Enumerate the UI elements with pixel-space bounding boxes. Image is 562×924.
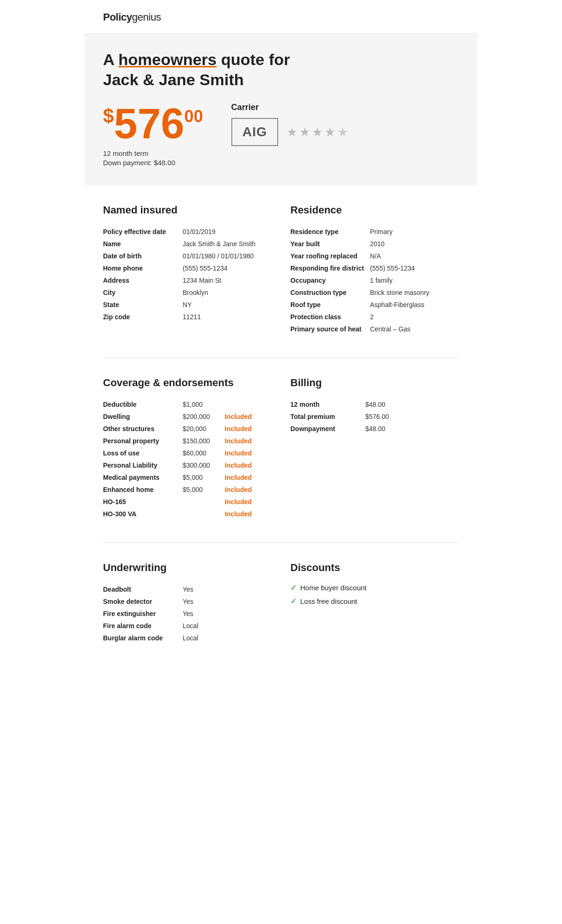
row-label: Medical payments	[103, 471, 183, 484]
coverage-col: Coverage & endorsements Deductible$1,000…	[103, 377, 272, 520]
hero-content: $ 576 00 12 month term Down payment: $48…	[103, 103, 459, 167]
row-label: Smoke detector	[103, 595, 183, 608]
row-label: Deductible	[103, 398, 183, 411]
table-row: Deductible$1,000	[103, 398, 272, 411]
row-value: (555) 555-1234	[370, 262, 459, 274]
row-amount: $300,000	[183, 459, 225, 471]
row-amount: $5,000	[183, 471, 225, 484]
table-row: Year roofing replacedN/A	[290, 250, 459, 262]
list-item: ✓Loss free discount	[290, 597, 459, 606]
row-status: Included	[225, 411, 272, 423]
row-value: 2	[370, 311, 459, 323]
row-value: Brick stone masonry	[370, 286, 459, 299]
price-block: $ 576 00 12 month term Down payment: $48…	[103, 103, 203, 167]
main-content: Named insured Policy effective date01/01…	[84, 185, 478, 685]
named-insured-title: Named insured	[103, 204, 272, 216]
table-row: Policy effective date01/01/2019	[103, 226, 272, 238]
row-status: Included	[225, 459, 272, 471]
table-row: NameJack Smith & Jane Smith	[103, 238, 272, 250]
row-label: Roof type	[290, 299, 370, 311]
row-status: Included	[225, 423, 272, 435]
row-amount: $1,000	[183, 398, 225, 411]
discount-label: Loss free discount	[300, 597, 357, 605]
row-value: N/A	[370, 250, 459, 262]
insured-residence-section: Named insured Policy effective date01/01…	[103, 204, 459, 335]
logo: Policygenius	[103, 11, 459, 23]
row-value: 2010	[370, 238, 459, 250]
billing-col: Billing 12 month$48.00Total premium$576.…	[290, 377, 459, 520]
row-value: Yes	[183, 583, 272, 595]
carrier-block: Carrier AIG ★ ★ ★ ★ ★	[231, 103, 348, 146]
table-row: Primary source of heatCentral – Gas	[290, 323, 459, 335]
residence-title: Residence	[290, 204, 459, 216]
row-label: HO-165	[103, 496, 183, 508]
table-row: CityBrooklyn	[103, 286, 272, 299]
header: Policygenius	[84, 0, 478, 33]
row-value: Yes	[183, 608, 272, 620]
row-value: 1234 Main St	[183, 274, 272, 286]
list-item: ✓Home buyer discount	[290, 583, 459, 592]
row-status	[225, 398, 272, 411]
row-status: Included	[225, 508, 272, 520]
divider-2	[103, 543, 459, 543]
star-3: ★	[312, 125, 323, 139]
discounts-list: ✓Home buyer discount✓Loss free discount	[290, 583, 459, 606]
row-value: Central – Gas	[370, 323, 459, 335]
row-value: $576.00	[365, 411, 459, 423]
table-row: Medical payments$5,000Included	[103, 471, 272, 484]
table-row: Fire extinguisherYes	[103, 608, 272, 620]
star-1: ★	[287, 125, 297, 139]
table-row: Enhanced home$5,000Included	[103, 484, 272, 496]
table-row: Personal property$150,000Included	[103, 435, 272, 447]
table-row: Dwelling$200,000Included	[103, 411, 272, 423]
underwriting-discounts-section: Underwriting DeadboltYesSmoke detectorYe…	[103, 562, 459, 644]
check-icon: ✓	[290, 583, 296, 592]
table-row: Construction typeBrick stone masonry	[290, 286, 459, 299]
table-row: Responding fire district(555) 555-1234	[290, 262, 459, 274]
discount-label: Home buyer discount	[300, 584, 367, 592]
price-main: 576	[114, 103, 184, 145]
row-label: Primary source of heat	[290, 323, 370, 335]
coverage-billing-section: Coverage & endorsements Deductible$1,000…	[103, 377, 459, 520]
coverage-table: Deductible$1,000Dwelling$200,000Included…	[103, 398, 272, 520]
hero-section: A homeowners quote for Jack & Jane Smith…	[84, 33, 478, 185]
table-row: Address1234 Main St	[103, 274, 272, 286]
row-label: Address	[103, 274, 183, 286]
carrier-logo-stars: AIG ★ ★ ★ ★ ★	[231, 118, 348, 146]
residence-col: Residence Residence typePrimaryYear buil…	[290, 204, 459, 335]
row-amount: $150,000	[183, 435, 225, 447]
row-label: State	[103, 299, 183, 311]
row-amount	[183, 496, 225, 508]
row-label: Downpayment	[290, 423, 365, 435]
table-row: Year built2010	[290, 238, 459, 250]
divider-1	[103, 358, 459, 358]
table-row: Loss of use$60,000Included	[103, 447, 272, 459]
row-value: (555) 555-1234	[183, 262, 272, 274]
row-label: Deadbolt	[103, 583, 183, 595]
carrier-logo: AIG	[231, 118, 279, 146]
price-term: 12 month term	[103, 149, 203, 157]
row-label: City	[103, 286, 183, 299]
row-status: Included	[225, 435, 272, 447]
table-row: Occupancy1 family	[290, 274, 459, 286]
row-label: Name	[103, 238, 183, 250]
row-value: 01/01/1980 / 01/01/1980	[183, 250, 272, 262]
title-post: quote for	[216, 51, 290, 68]
quote-title: A homeowners quote for Jack & Jane Smith	[103, 50, 459, 89]
row-label: Occupancy	[290, 274, 370, 286]
table-row: Residence typePrimary	[290, 226, 459, 238]
named-insured-col: Named insured Policy effective date01/01…	[103, 204, 272, 335]
table-row: Smoke detectorYes	[103, 595, 272, 608]
logo-bold: Policy	[103, 11, 132, 23]
row-label: Burglar alarm code	[103, 632, 183, 644]
check-icon: ✓	[290, 597, 296, 606]
row-label: Personal Liability	[103, 459, 183, 471]
row-label: Protection class	[290, 311, 370, 323]
row-label: Year built	[290, 238, 370, 250]
table-row: Downpayment$48.00	[290, 423, 459, 435]
carrier-label: Carrier	[231, 103, 348, 112]
row-value: Asphalt-Fiberglass	[370, 299, 459, 311]
table-row: Total premium$576.00	[290, 411, 459, 423]
row-value: Primary	[370, 226, 459, 238]
billing-table: 12 month$48.00Total premium$576.00Downpa…	[290, 398, 459, 435]
